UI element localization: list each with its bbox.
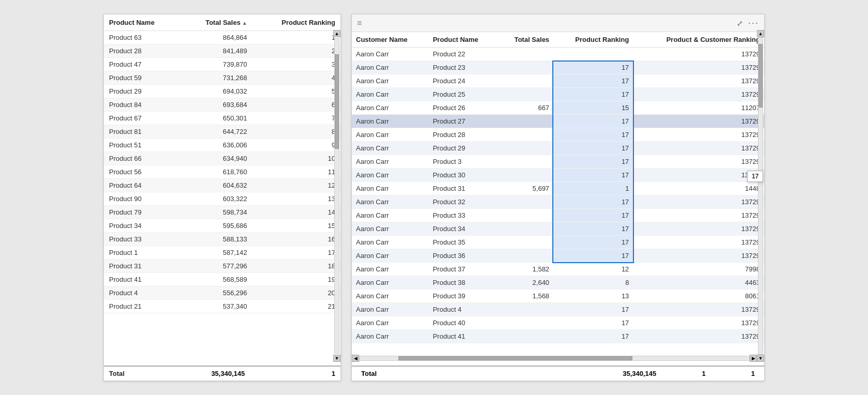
left-table-row: Product 47 739,870 3: [104, 58, 340, 71]
right-cell-sales: [498, 209, 554, 222]
left-cell-product-name: Product 28: [104, 44, 181, 58]
left-cell-ranking: 13: [252, 192, 340, 206]
right-table-row: Aaron Carr Product 34 17 13729: [352, 222, 764, 236]
right-cell-pc-ranking: 13729: [633, 142, 764, 155]
right-panel: ≡ ⤢ ··· Customer Name Product Name Total…: [351, 14, 765, 381]
right-cell-customer: Aaron Carr: [352, 263, 429, 276]
right-cell-pc-ranking: 13729: [633, 48, 764, 61]
left-table-body: Product 63 864,864 1 Product 28 841,489 …: [104, 31, 340, 313]
right-cell-ranking: 17: [553, 195, 633, 209]
left-cell-total-sales: 634,940: [181, 152, 252, 165]
right-cell-sales: [498, 61, 554, 74]
col-total-sales[interactable]: Total Sales▲: [181, 14, 252, 31]
right-cell-product: Product 25: [429, 88, 498, 101]
left-cell-ranking: 2: [252, 44, 340, 58]
right-table-row: Aaron Carr Product 24 17 13729: [352, 74, 764, 88]
right-table-row: Aaron Carr Product 38 2,640 8 4463: [352, 276, 764, 290]
right-cell-sales: [498, 316, 554, 330]
left-cell-product-name: Product 79: [104, 206, 181, 219]
left-cell-ranking: 16: [252, 233, 340, 246]
scroll-thumb[interactable]: [335, 54, 339, 148]
left-panel: Product Name Total Sales▲ Product Rankin…: [103, 14, 341, 381]
left-cell-product-name: Product 47: [104, 58, 181, 71]
left-cell-product-name: Product 51: [104, 139, 181, 152]
left-cell-product-name: Product 59: [104, 71, 181, 85]
right-cell-sales: [498, 48, 554, 61]
right-cell-ranking: 17: [553, 316, 633, 330]
right-footer-pc-ranking: 1: [710, 370, 759, 377]
right-h-thumb[interactable]: [398, 356, 632, 360]
left-cell-product-name: Product 1: [104, 246, 181, 260]
right-scroll-down[interactable]: ▼: [757, 355, 764, 362]
left-cell-product-name: Product 41: [104, 273, 181, 286]
left-cell-ranking: 18: [252, 260, 340, 273]
scroll-up-arrow[interactable]: ▲: [333, 30, 340, 37]
right-cell-pc-ranking: 13729: [633, 155, 764, 169]
right-cell-pc-ranking: 13729: [633, 115, 764, 128]
right-footer-spacer: [455, 370, 489, 377]
right-cell-product: Product 23: [429, 61, 498, 74]
left-cell-ranking: 10: [252, 152, 340, 165]
right-table-row: Aaron Carr Product 23 17 13729: [352, 61, 764, 74]
right-cell-pc-ranking: 13729: [633, 88, 764, 101]
right-cell-pc-ranking: 13729: [633, 128, 764, 142]
right-table-row: Aaron Carr Product 31 5,697 1 1448: [352, 182, 764, 195]
expand-icon[interactable]: ⤢: [737, 19, 743, 27]
right-cell-ranking: 17: [553, 155, 633, 169]
right-cell-sales: [498, 88, 554, 101]
left-cell-product-name: Product 67: [104, 112, 181, 125]
right-cell-pc-ranking: 13729: [633, 330, 764, 343]
right-cell-sales: 667: [498, 101, 554, 115]
scroll-down-arrow[interactable]: ▼: [333, 355, 340, 362]
right-footer-table: Total 35,340,145 1 1: [357, 370, 759, 377]
right-scrollbar-h[interactable]: ◀ ▶: [352, 355, 757, 362]
right-table-header: Customer Name Product Name Total Sales P…: [352, 32, 764, 48]
right-table-row: Aaron Carr Product 4 17 13729: [352, 303, 764, 316]
left-cell-total-sales: 598,734: [181, 206, 252, 219]
left-table-row: Product 59 731,268 4: [104, 71, 340, 85]
left-cell-ranking: 5: [252, 85, 340, 98]
right-table-row: Aaron Carr Product 33 17 13729: [352, 209, 764, 222]
right-cell-customer: Aaron Carr: [352, 169, 429, 182]
right-cell-ranking: 17: [553, 222, 633, 236]
left-table-row: Product 79 598,734 14: [104, 206, 340, 219]
left-table-row: Product 81 644,722 8: [104, 125, 340, 139]
col-product-name-r: Product Name: [429, 32, 498, 48]
panel-menu-icon[interactable]: ···: [748, 18, 759, 28]
col-product-name: Product Name: [104, 14, 181, 31]
right-cell-pc-ranking: 13729: [633, 249, 764, 263]
left-scrollbar[interactable]: ▲ ▼: [333, 30, 340, 362]
right-cell-product: Product 32: [429, 195, 498, 209]
right-h-track[interactable]: [359, 356, 750, 361]
right-footer-product-ranking: 1: [660, 370, 709, 377]
right-scroll-right[interactable]: ▶: [750, 355, 757, 362]
col-customer-name: Customer Name: [352, 32, 429, 48]
left-cell-total-sales: 739,870: [181, 58, 252, 71]
left-table-row: Product 34 595,686 15: [104, 219, 340, 233]
left-table-row: Product 29 694,032 5: [104, 85, 340, 98]
right-cell-pc-ranking: 13729: [633, 61, 764, 74]
right-scroll-up[interactable]: ▲: [757, 30, 764, 37]
right-footer: Total 35,340,145 1 1: [352, 366, 764, 381]
right-table-row: Aaron Carr Product 3 17 13729: [352, 155, 764, 169]
right-cell-sales: [498, 195, 554, 209]
right-cell-sales: [498, 115, 554, 128]
right-cell-pc-ranking: 8061: [633, 290, 764, 303]
right-cell-customer: Aaron Carr: [352, 209, 429, 222]
right-table-row: Aaron Carr Product 32 17 13729: [352, 195, 764, 209]
right-cell-product: Product 31: [429, 182, 498, 195]
left-cell-total-sales: 618,760: [181, 165, 252, 179]
right-scroll-left[interactable]: ◀: [352, 355, 359, 362]
panel-drag-handle: ≡: [357, 19, 362, 28]
right-table-row: Aaron Carr Product 37 1,582 12 7998: [352, 263, 764, 276]
right-cell-product: Product 35: [429, 236, 498, 249]
right-cell-product: Product 41: [429, 330, 498, 343]
scroll-track[interactable]: [334, 38, 339, 354]
right-scrollbar-v[interactable]: ▲ ▼: [757, 30, 764, 362]
right-cell-ranking: 1: [553, 182, 633, 195]
right-cell-product: Product 39: [429, 290, 498, 303]
left-table-row: Product 4 556,296 20: [104, 286, 340, 300]
right-v-track[interactable]: [758, 37, 763, 355]
right-v-thumb[interactable]: [758, 44, 763, 107]
right-table-row: Aaron Carr Product 26 667 15 11207: [352, 101, 764, 115]
